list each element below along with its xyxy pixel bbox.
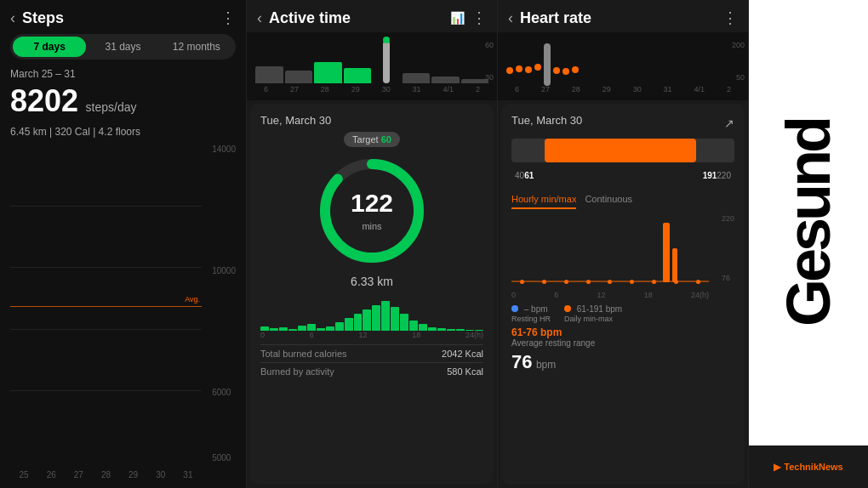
t-bar-11 xyxy=(354,314,363,331)
t-bar-16 xyxy=(400,314,408,331)
avg-line xyxy=(10,306,202,307)
active-time-title: Active time xyxy=(269,9,351,27)
hr-card-header: Tue, March 30 ↗ xyxy=(511,114,734,132)
active-menu-icon[interactable]: ⋮ xyxy=(471,9,487,27)
steps-date-range: March 25 – 31 xyxy=(10,68,236,80)
hr-detail-date: Tue, March 30 xyxy=(511,114,582,127)
hr-dot-7 xyxy=(562,68,569,75)
active-timeline: 0 6 12 18 24(h) xyxy=(260,297,483,339)
hr-legend-resting: – bpm Resting HR xyxy=(511,304,551,323)
hr-back-icon[interactable]: ‹ xyxy=(508,9,513,27)
t-bar-6 xyxy=(307,324,316,331)
steps-header: ‹ Steps ⋮ xyxy=(10,9,236,27)
active-mini-bars xyxy=(255,32,488,83)
heart-rate-title: Heart rate xyxy=(520,9,591,27)
stat-total-calories: Total burned calories 2042 Kcal xyxy=(260,344,483,362)
brand-name: Gesund xyxy=(774,119,843,326)
hr-bottom: 76 bpm xyxy=(511,351,734,373)
t-bar-22 xyxy=(456,329,465,331)
hr-y-axis: 220 76 xyxy=(722,214,734,282)
t-bar-15 xyxy=(391,307,399,331)
steps-bars xyxy=(10,145,236,470)
hr-tabs: Hourly min/max Continuous xyxy=(511,190,734,209)
timeline-bars xyxy=(260,297,483,331)
hr-spike-2 xyxy=(672,248,677,282)
steps-menu-icon[interactable]: ⋮ xyxy=(220,9,236,27)
target-value: 60 xyxy=(381,134,391,145)
active-chart-icon[interactable]: 📊 xyxy=(450,11,465,25)
t-bar-3 xyxy=(279,327,288,331)
mini-y-30: 30 xyxy=(485,73,494,82)
active-back-icon[interactable]: ‹ xyxy=(257,9,262,27)
hr-legend-daily: 61-191 bpm Daily min-max xyxy=(564,304,622,323)
technik-badge: ▶ TechnikNews xyxy=(749,445,868,488)
donut-center: 122 mins xyxy=(351,189,393,233)
donut-value: 122 xyxy=(351,189,393,218)
steps-x-labels: 25 26 27 28 29 30 31 xyxy=(10,470,236,479)
active-donut-chart: 122 mins xyxy=(317,156,427,266)
t-bar-19 xyxy=(428,327,437,331)
t-bar-13 xyxy=(372,305,380,331)
tab-12months[interactable]: 12 months xyxy=(160,37,233,57)
t-bar-9 xyxy=(335,322,344,331)
hr-selected-bar xyxy=(544,43,551,86)
steps-stats: 6.45 km | 320 Cal | 4.2 floors xyxy=(10,126,236,138)
hr-dot-6 xyxy=(553,67,560,74)
t-bar-7 xyxy=(317,328,325,331)
mini-bar-3 xyxy=(314,62,342,83)
donut-unit: mins xyxy=(362,221,381,231)
hr-bottom-unit: bpm xyxy=(536,359,556,371)
hr-dot-2 xyxy=(516,65,523,72)
t-bar-18 xyxy=(419,324,427,331)
t-bar-8 xyxy=(326,326,334,331)
tab-31days[interactable]: 31 days xyxy=(86,37,159,57)
hr-range-labels: 40 61 191 220 xyxy=(511,171,734,180)
tab-7days[interactable]: 7 days xyxy=(13,37,86,57)
heart-rate-header: ‹ Heart rate ⋮ xyxy=(498,0,748,32)
hr-avg-range-label: Average resting range xyxy=(511,338,734,348)
t-bar-12 xyxy=(363,309,371,331)
active-time-panel: ‹ Active time 📊 ⋮ 60 30 6 27 xyxy=(247,0,498,488)
hr-dot-8 xyxy=(572,66,579,73)
t-bar-2 xyxy=(270,328,278,331)
hr-menu-icon[interactable]: ⋮ xyxy=(722,9,738,27)
t-bar-20 xyxy=(437,328,446,331)
stat-burned-activity: Burned by activity 580 Kcal xyxy=(260,362,483,380)
mini-bar-selected xyxy=(373,41,401,83)
hr-dot-row xyxy=(506,32,740,83)
mini-bar-1 xyxy=(255,66,283,83)
t-bar-21 xyxy=(447,329,455,331)
hr-detail-card: Tue, March 30 ↗ 40 61 191 220 Hourly min… xyxy=(501,104,745,485)
hr-graph: 220 76 xyxy=(511,214,734,299)
active-mini-chart: 60 30 6 27 28 29 30 31 4/1 2 xyxy=(247,32,497,100)
brand-area: Gesund xyxy=(749,0,868,445)
hr-mini-chart: 200 50 6 27 28 29 30 31 4/1 2 xyxy=(498,32,748,100)
hr-tab-continuous[interactable]: Continuous xyxy=(585,190,632,209)
hr-baseline-dots xyxy=(511,280,709,284)
avg-label: Avg. xyxy=(185,295,200,304)
hr-dot-1 xyxy=(506,67,513,74)
heart-rate-panel: ‹ Heart rate ⋮ 200 50 6 27 28 29 30 31 4… xyxy=(498,0,749,488)
timeline-x-labels: 0 6 12 18 24(h) xyxy=(260,331,483,339)
hr-range-section: 40 61 191 220 xyxy=(511,139,734,180)
active-detail-card: Tue, March 30 Target 60 122 mins 6.33 km xyxy=(250,104,494,485)
brand-panel: Gesund ▶ TechnikNews xyxy=(749,0,868,488)
mini-bar-7 xyxy=(431,77,460,83)
hr-tab-hourly[interactable]: Hourly min/max xyxy=(511,190,576,209)
hr-legend: – bpm Resting HR 61-191 bpm Daily min-ma… xyxy=(511,304,734,323)
active-distance: 6.33 km xyxy=(351,275,393,288)
hr-bottom-value: 76 xyxy=(511,351,532,372)
share-icon[interactable]: ↗ xyxy=(724,116,734,130)
hr-avg-range: 61-76 bpm Average resting range xyxy=(511,326,734,348)
hr-range-fill xyxy=(545,139,696,162)
back-arrow-icon[interactable]: ‹ xyxy=(10,9,15,27)
steps-title: Steps xyxy=(22,9,64,27)
hr-spike-1 xyxy=(663,223,670,282)
t-bar-14 xyxy=(381,301,390,331)
t-bar-5 xyxy=(298,326,306,331)
technik-name: TechnikNews xyxy=(784,462,843,472)
steps-unit: steps/day xyxy=(86,100,137,114)
hr-range-bar xyxy=(511,139,734,162)
t-bar-10 xyxy=(345,318,353,331)
t-bar-4 xyxy=(288,329,297,331)
